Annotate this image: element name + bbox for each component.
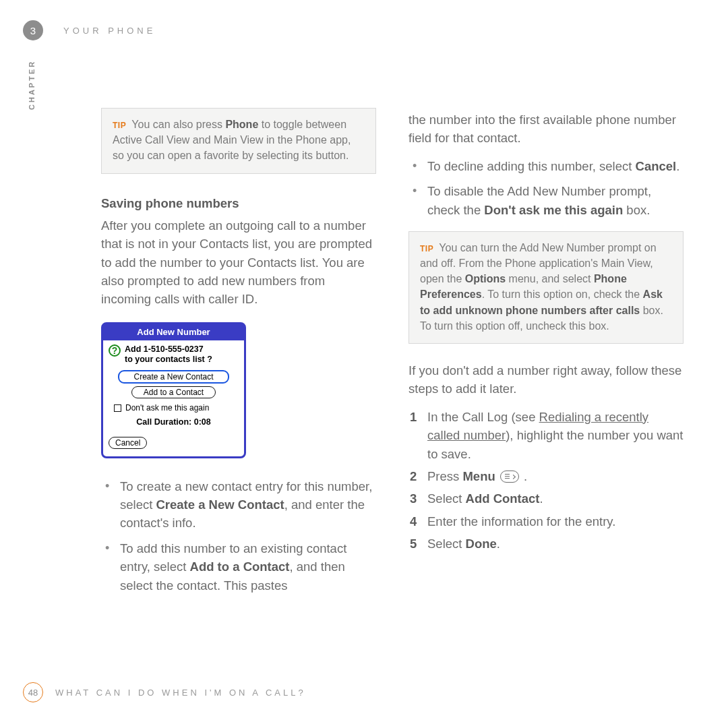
step-3: Select Add Contact. (408, 489, 684, 508)
rb1-b: . (676, 159, 679, 173)
step-4: Enter the information for the entry. (408, 512, 684, 530)
rb2-b: box. (623, 203, 650, 217)
rb2-bold: Don't ask me this again (484, 203, 623, 217)
checkbox-icon[interactable] (114, 404, 121, 412)
s3-a: Select (427, 491, 466, 506)
page-footer: 48 WHAT CAN I DO WHEN I'M ON A CALL? (23, 682, 306, 702)
later-intro: If you don't add a number right away, fo… (408, 361, 684, 398)
s2-bold: Menu (462, 469, 495, 483)
dont-ask-label: Don't ask me this again (125, 402, 209, 415)
tip-box-1: TIP You can also press Phone to toggle b… (101, 108, 376, 174)
step-5: Select Done. (408, 535, 684, 553)
section-intro: After you complete an outgoing call to a… (101, 216, 376, 309)
left-bullet-list: To create a new contact entry for this n… (101, 477, 376, 595)
call-duration: Call Duration: 0:08 (109, 416, 239, 429)
chapter-number-badge: 3 (23, 20, 43, 40)
right-continuation: the number into the first available phon… (408, 111, 684, 148)
menu-icon (500, 471, 519, 483)
s2-a: Press (427, 469, 462, 483)
add-to-contact-button[interactable]: Add to a Contact (131, 386, 216, 398)
dialog-prompt-line2: to your contacts list ? (125, 355, 212, 364)
s5-b: . (497, 537, 500, 551)
b1-bold: Create a New Contact (156, 497, 284, 512)
dialog-prompt: ? Add 1-510-555-0237 to your contacts li… (109, 344, 239, 365)
cancel-button[interactable]: Cancel (109, 437, 147, 449)
question-icon: ? (109, 344, 121, 357)
page-header-title: YOUR PHONE (63, 26, 156, 36)
tip2-b1: Options (465, 273, 506, 284)
step-2: Press Menu . (408, 467, 684, 485)
right-bullet-list: To decline adding this number, select Ca… (408, 157, 684, 219)
s3-bold: Add Contact (466, 491, 540, 506)
s3-b: . (540, 491, 543, 506)
add-new-number-dialog: Add New Number ? Add 1-510-555-0237 to y… (101, 322, 246, 458)
tip-label-2: TIP (420, 244, 433, 253)
dont-ask-checkbox-row[interactable]: Don't ask me this again (114, 402, 239, 415)
s5-a: Select (427, 537, 466, 551)
rb1-a: To decline adding this number, select (427, 159, 636, 173)
tip-box-2: TIP You can turn the Add New Number prom… (408, 231, 684, 344)
chapter-label: CHAPTER (28, 60, 36, 110)
content-columns: TIP You can also press Phone to toggle b… (101, 108, 701, 601)
dialog-prompt-line1: Add 1-510-555-0237 (125, 344, 204, 354)
tip2-t2: menu, and select (506, 273, 594, 284)
bullet-add-to-contact: To add this number to an existing contac… (101, 539, 376, 595)
right-column: the number into the first available phon… (408, 108, 684, 601)
bullet-disable-prompt: To disable the Add New Number prompt, ch… (408, 182, 684, 219)
s1-a: In the Call Log (see (427, 410, 539, 424)
create-new-contact-button[interactable]: Create a New Contact (118, 370, 229, 384)
tip1-bold: Phone (225, 119, 258, 130)
bullet-create-contact: To create a new contact entry for this n… (101, 477, 376, 533)
s5-bold: Done (466, 537, 497, 551)
page-number: 48 (23, 682, 43, 702)
s2-b: . (520, 469, 527, 483)
tip2-t3: . To turn this option on, check the (482, 289, 643, 300)
step-1: In the Call Log (see Redialing a recentl… (408, 408, 684, 463)
footer-text: WHAT CAN I DO WHEN I'M ON A CALL? (55, 688, 306, 698)
rb1-bold: Cancel (636, 159, 677, 173)
dialog-body: ? Add 1-510-555-0237 to your contacts li… (103, 340, 244, 456)
left-column: TIP You can also press Phone to toggle b… (101, 108, 376, 601)
bullet-decline: To decline adding this number, select Ca… (408, 157, 684, 175)
steps-list: In the Call Log (see Redialing a recentl… (408, 408, 684, 553)
tip-label: TIP (113, 121, 126, 130)
tip1-text-a: You can also press (129, 119, 225, 130)
b2-bold: Add to a Contact (190, 559, 290, 574)
dialog-title: Add New Number (103, 324, 244, 340)
section-heading: Saving phone numbers (101, 194, 376, 212)
